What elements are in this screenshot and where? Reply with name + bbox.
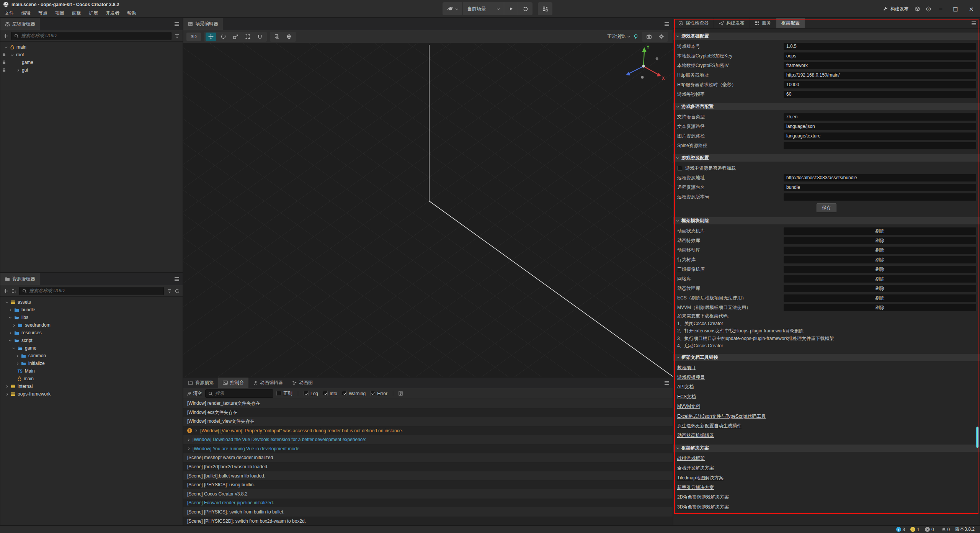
remove-button[interactable]: 剔除 — [784, 304, 976, 311]
assets-menu-icon[interactable] — [174, 273, 180, 285]
remove-button[interactable]: 剔除 — [784, 256, 976, 263]
chevron-right-icon[interactable] — [16, 355, 21, 357]
console-search-input[interactable]: 搜索 — [205, 389, 273, 398]
tree-item-game[interactable]: game — [0, 59, 183, 66]
inspector-scrollbar-thumb[interactable] — [976, 427, 979, 448]
console-log-list[interactable]: [Window] render_texture文件夹存在[Window] ecs… — [183, 399, 673, 525]
assets-search-input[interactable]: 搜索名称或 UUID — [19, 287, 164, 295]
log-row[interactable]: [Scene] meshopt wasm decoder initialized — [183, 453, 673, 463]
preview-qr-button[interactable] — [538, 2, 552, 15]
log-row[interactable]: [Scene] [PHYSICS]: using builtin. — [183, 480, 673, 489]
chevron-right-icon[interactable] — [13, 324, 18, 326]
doc-link[interactable]: MVVM文档 — [677, 403, 700, 410]
help-icon[interactable]: ? — [926, 7, 931, 11]
log-row[interactable]: [Window] Download the Vue Devtools exten… — [183, 435, 673, 444]
light-bulb-icon[interactable] — [634, 34, 638, 39]
doc-link[interactable]: Excel格式转Json文件与TypeScript代码工具 — [677, 413, 766, 420]
chevron-down-icon[interactable] — [11, 54, 16, 56]
doc-link[interactable]: 游戏模板项目 — [677, 374, 705, 381]
remove-button[interactable]: 剔除 — [784, 285, 976, 292]
section-header[interactable]: 游戏基础配置 — [673, 33, 980, 40]
log-row[interactable]: [Window] model_view文件夹存在 — [183, 417, 673, 426]
tree-item-initialize[interactable]: initialize — [0, 360, 183, 367]
doc-link[interactable]: 2D角色扮演游戏解决方案 — [677, 494, 729, 500]
rect-tool-button[interactable] — [242, 33, 253, 41]
tree-item-assets[interactable]: assets — [0, 298, 183, 306]
scale-tool-button[interactable] — [230, 33, 241, 41]
tree-item-seedrandom[interactable]: seedrandom — [0, 321, 183, 329]
doc-link[interactable]: ECS文档 — [677, 394, 696, 400]
chevron-right-icon[interactable] — [16, 363, 21, 365]
tab-动画编辑器[interactable]: 动画编辑器 — [248, 378, 287, 388]
log-detail-icon[interactable] — [399, 391, 403, 396]
filter-log-checkbox[interactable]: Log — [304, 391, 318, 396]
tree-item-libs[interactable]: libs — [0, 314, 183, 321]
tree-item-common[interactable]: common — [0, 352, 183, 360]
warning-count[interactable]: ! 1 — [910, 527, 920, 532]
chevron-down-icon[interactable] — [9, 340, 14, 341]
doc-link[interactable]: Tiledmap地图解决方案 — [677, 475, 724, 481]
tree-item-resources[interactable]: resources — [0, 329, 183, 337]
log-row[interactable]: [Scene] [PHYSICS]: switch from builtin t… — [183, 507, 673, 517]
gizmo-union-button[interactable] — [255, 33, 265, 41]
tab-控制台[interactable]: 控制台 — [218, 378, 248, 388]
remove-button[interactable]: 剔除 — [784, 266, 976, 273]
regex-checkbox-box[interactable] — [276, 391, 281, 396]
scene-select[interactable]: 当前场景 — [463, 2, 504, 15]
doc-link[interactable]: 战棋游戏框架 — [677, 455, 705, 462]
section-header[interactable]: 框架文档工具链接 — [673, 354, 980, 361]
log-row[interactable]: [Window] ecs文件夹存在 — [183, 408, 673, 417]
remove-button[interactable]: 剔除 — [784, 275, 976, 283]
scene-viewport[interactable]: Y X — [183, 43, 673, 377]
menu-item-5[interactable]: 扩展 — [85, 10, 102, 16]
section-header[interactable]: 游戏资源配置 — [673, 154, 980, 162]
expand-chevron-icon[interactable] — [194, 429, 197, 432]
tab-服务[interactable]: 服务 — [750, 18, 776, 28]
restart-button[interactable] — [518, 2, 532, 15]
inspector-menu-icon[interactable] — [971, 18, 977, 28]
hierarchy-menu-icon[interactable] — [174, 18, 180, 30]
tree-item-Main[interactable]: TSMain — [0, 367, 183, 375]
chevron-down-icon[interactable] — [13, 348, 18, 349]
field-input[interactable]: 60 — [784, 91, 976, 98]
menu-item-0[interactable]: 文件 — [1, 10, 18, 16]
field-input[interactable]: oops — [784, 52, 976, 60]
field-input[interactable]: zh,en — [784, 113, 976, 121]
assets-filter-button[interactable] — [167, 289, 172, 293]
error-count[interactable]: × 0 — [925, 527, 934, 532]
play-button[interactable] — [504, 2, 518, 15]
refresh-assets-button[interactable] — [175, 289, 180, 293]
doc-link[interactable]: 全栈开发解决方案 — [677, 465, 714, 471]
menu-item-4[interactable]: 面板 — [68, 10, 85, 16]
tree-item-script[interactable]: script — [0, 337, 183, 344]
tree-item-bundle[interactable]: bundle — [0, 306, 183, 314]
menu-item-6[interactable]: 开发者 — [102, 10, 123, 16]
tab-scene-editor[interactable]: 场景编辑器 — [183, 18, 223, 30]
chevron-down-icon[interactable] — [5, 47, 10, 48]
log-row[interactable]: [Scene] Cocos Creator v3.8.2 — [183, 489, 673, 499]
field-input[interactable]: bundle — [784, 184, 976, 191]
section-header[interactable]: 框架解决方案 — [673, 445, 980, 452]
filter-info-checkbox[interactable]: Info — [323, 391, 337, 396]
scene-menu-icon[interactable] — [664, 18, 670, 30]
maximize-button[interactable] — [951, 6, 960, 12]
doc-link[interactable]: 原生包热更新配置自动生成插件 — [677, 423, 742, 429]
section-header[interactable]: 框架模块剔除 — [673, 217, 980, 224]
field-input[interactable]: 10000 — [784, 81, 976, 88]
tree-item-game[interactable]: game — [0, 344, 183, 352]
chevron-down-icon[interactable] — [6, 302, 11, 303]
add-asset-button[interactable] — [3, 289, 8, 293]
doc-link[interactable]: 3D角色扮演游戏解决方案 — [677, 504, 729, 510]
log-row[interactable]: [Scene] [PHYSICS2D]: switch from box2d-w… — [183, 517, 673, 525]
log-row[interactable]: [Scene] [box2d]:box2d wasm lib loaded. — [183, 462, 673, 471]
tree-item-oops-framework[interactable]: oops-framework — [0, 390, 183, 398]
log-row[interactable]: [Scene] Forward render pipeline initiali… — [183, 499, 673, 508]
platform-select[interactable] — [443, 2, 463, 15]
chevron-right-icon[interactable] — [9, 332, 14, 334]
field-input[interactable] — [784, 142, 976, 149]
log-row[interactable]: [Window] render_texture文件夹存在 — [183, 399, 673, 408]
chevron-down-icon[interactable] — [9, 317, 14, 318]
expand-chevron-icon[interactable] — [187, 447, 189, 450]
field-input[interactable] — [784, 193, 976, 201]
scene-camera-button[interactable] — [644, 33, 654, 41]
